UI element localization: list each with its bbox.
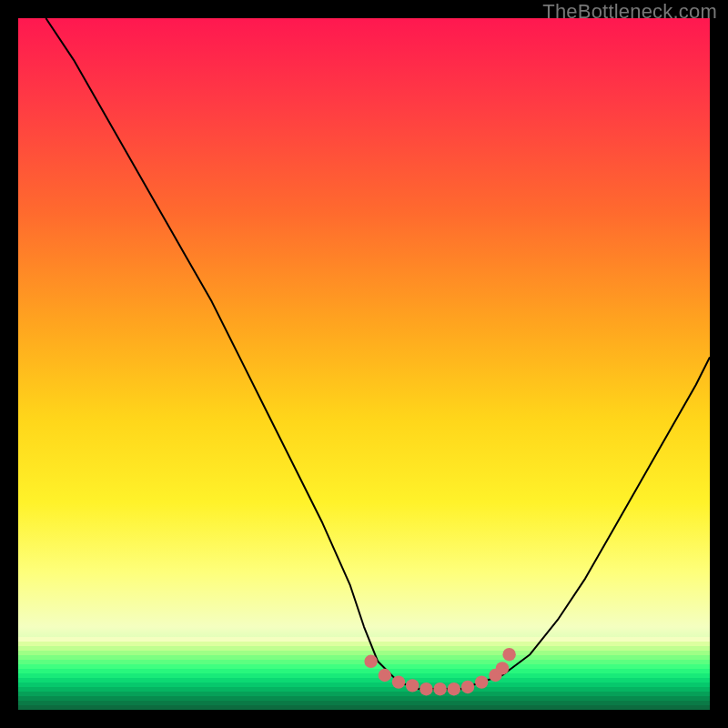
watermark-text: TheBottleneck.com [542,0,717,24]
chart-frame: TheBottleneck.com [0,0,728,728]
plot-area [18,18,710,710]
heat-gradient-background [18,18,710,710]
